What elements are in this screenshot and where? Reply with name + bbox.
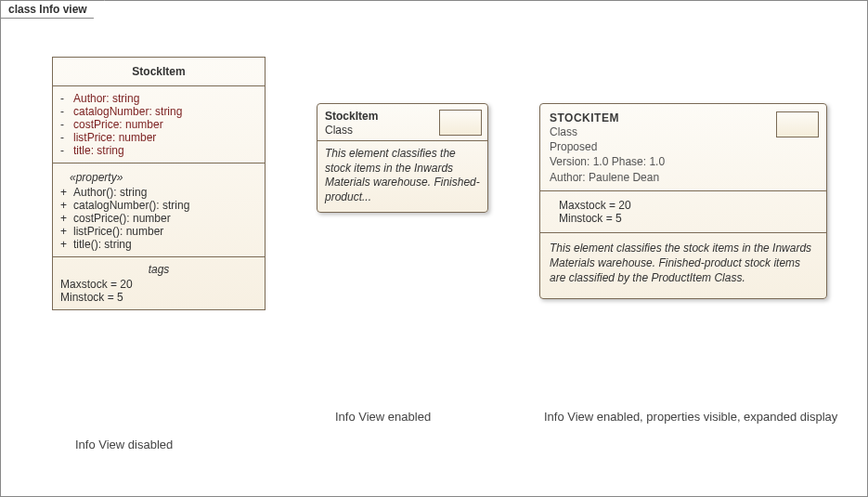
uml-tags: tags Maxstock = 20 Minstock = 5 — [53, 257, 265, 309]
infoview-expanded-header: STOCKITEM Class Proposed Version: 1.0 Ph… — [540, 104, 826, 191]
uml-attribute-row: -Author: string — [60, 92, 257, 105]
uml-operation-row: +catalogNumber(): string — [60, 199, 257, 212]
uml-operation-row: +listPrice(): number — [60, 225, 257, 238]
infoview-prop-row: Minstock = 5 — [559, 212, 817, 225]
infoview-simple-header: StockItem Class — [317, 104, 487, 141]
uml-operation-row: +costPrice(): number — [60, 212, 257, 225]
thumbnail-icon — [776, 111, 819, 137]
infoview-simple: StockItem Class This element classifies … — [317, 103, 488, 213]
uml-stereotype: «property» — [70, 171, 257, 184]
caption-enabled: Info View enabled — [335, 410, 431, 424]
infoview-version: Version: 1.0 Phase: 1.0 — [550, 154, 817, 169]
uml-class-stockitem: StockItem -Author: string -catalogNumber… — [52, 57, 266, 310]
infoview-status: Proposed — [550, 139, 817, 154]
thumbnail-icon — [439, 110, 482, 136]
infoview-prop-row: Maxstock = 20 — [559, 199, 817, 212]
diagram-canvas: StockItem -Author: string -catalogNumber… — [1, 1, 867, 496]
infoview-expanded: STOCKITEM Class Proposed Version: 1.0 Ph… — [539, 103, 827, 299]
uml-attribute-row: -listPrice: number — [60, 131, 257, 144]
uml-attribute-row: -costPrice: number — [60, 118, 257, 131]
infoview-expanded-props: Maxstock = 20 Minstock = 5 — [540, 191, 826, 233]
infoview-expanded-desc: This element classifies the stock items … — [540, 233, 826, 299]
uml-attribute-row: -title: string — [60, 144, 257, 157]
uml-attribute-row: -catalogNumber: string — [60, 105, 257, 118]
uml-class-title: StockItem — [53, 58, 265, 86]
uml-operation-row: +title(): string — [60, 238, 257, 251]
uml-operation-row: +Author(): string — [60, 186, 257, 199]
caption-expanded: Info View enabled, properties visible, e… — [544, 410, 837, 424]
infoview-simple-desc: This element classifies the stock items … — [317, 141, 487, 212]
infoview-author: Author: Paulene Dean — [550, 170, 817, 185]
diagram-frame: class Info view StockItem -Author: strin… — [0, 0, 868, 497]
caption-disabled: Info View disabled — [75, 438, 173, 451]
uml-tag-row: Maxstock = 20 — [60, 278, 257, 291]
uml-attributes: -Author: string -catalogNumber: string -… — [53, 86, 265, 163]
uml-tag-row: Minstock = 5 — [60, 291, 257, 304]
uml-operations: «property» +Author(): string +catalogNum… — [53, 163, 265, 257]
uml-tags-label: tags — [60, 263, 257, 276]
